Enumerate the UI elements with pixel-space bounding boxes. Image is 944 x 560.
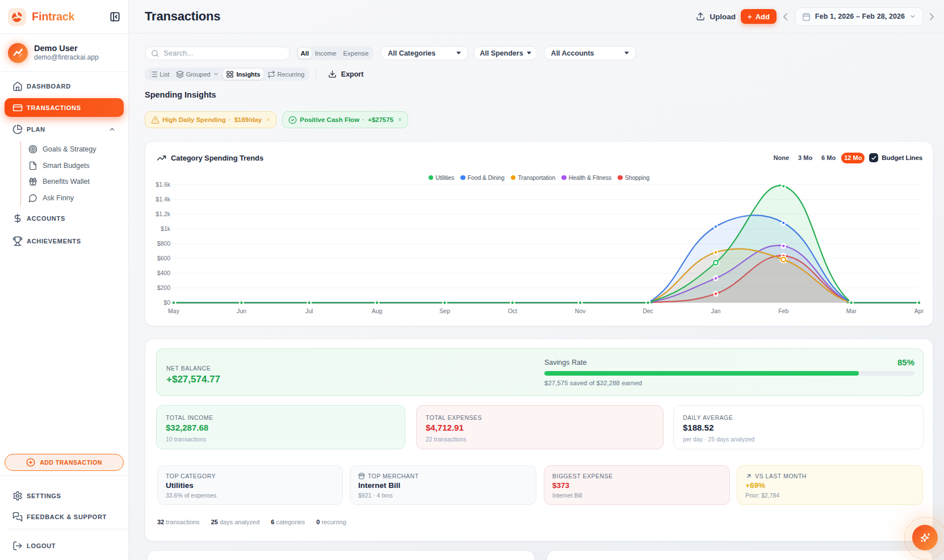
- svg-text:Dec: Dec: [643, 308, 653, 314]
- svg-text:$800: $800: [157, 240, 171, 247]
- svg-text:$0: $0: [163, 299, 170, 306]
- svg-text:$1.2k: $1.2k: [156, 210, 170, 217]
- svg-text:$1k: $1k: [161, 225, 171, 232]
- svg-text:$600: $600: [157, 255, 171, 262]
- svg-text:$1.4k: $1.4k: [156, 196, 170, 203]
- svg-text:$1.6k: $1.6k: [156, 181, 170, 188]
- svg-text:Apr: Apr: [914, 308, 924, 314]
- svg-text:Jul: Jul: [305, 308, 313, 314]
- svg-text:Jan: Jan: [711, 308, 720, 314]
- svg-text:Jun: Jun: [237, 308, 246, 314]
- svg-text:Nov: Nov: [575, 308, 586, 314]
- svg-text:$400: $400: [157, 270, 171, 276]
- svg-text:Oct: Oct: [508, 308, 517, 314]
- svg-text:Sep: Sep: [439, 308, 450, 314]
- svg-text:Aug: Aug: [372, 308, 383, 314]
- svg-text:Feb: Feb: [778, 308, 788, 314]
- svg-text:May: May: [168, 308, 180, 314]
- svg-text:$200: $200: [157, 284, 171, 291]
- svg-text:Mar: Mar: [846, 308, 857, 314]
